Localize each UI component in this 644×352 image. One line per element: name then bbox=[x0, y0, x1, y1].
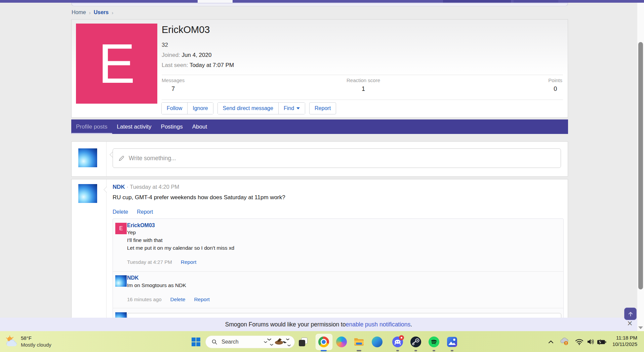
stat-reaction-value[interactable]: 1 bbox=[362, 85, 365, 93]
taskbar-weather-widget[interactable]: 58°F Mostly cloudy bbox=[5, 335, 51, 348]
search-icon bbox=[211, 339, 217, 345]
comment-report-link[interactable]: Report bbox=[194, 296, 210, 303]
search-placeholder: Search bbox=[222, 339, 239, 345]
last-seen-label: Last seen: bbox=[162, 62, 188, 68]
wifi-icon[interactable] bbox=[575, 338, 584, 345]
taskbar-search-box[interactable]: Search bbox=[205, 336, 295, 348]
write-something-placeholder: Write something... bbox=[129, 155, 176, 162]
follow-ignore-group: Follow Ignore bbox=[161, 102, 213, 114]
comment-avatar[interactable]: E bbox=[115, 223, 127, 234]
comment-author-link[interactable]: NDK bbox=[127, 275, 139, 281]
comment-ndk: NDK Im on Smogtours as NDK 16 minutes ag… bbox=[113, 271, 563, 308]
windows-logo-icon bbox=[196, 338, 200, 342]
onedrive-warning-icon[interactable] bbox=[559, 337, 569, 346]
notification-suffix: . bbox=[410, 321, 412, 328]
profile-tabbar: Profile posts Latest activity Postings A… bbox=[71, 119, 568, 134]
weather-temperature: 58°F bbox=[21, 335, 51, 341]
post-timestamp[interactable]: Tuesday at 4:20 PM bbox=[130, 184, 179, 190]
find-dropdown-button[interactable]: Find bbox=[279, 102, 305, 114]
profile-joined-row: Joined: Jun 4, 2020 bbox=[162, 52, 211, 59]
post-delete-link[interactable]: Delete bbox=[113, 209, 128, 215]
divider bbox=[162, 75, 563, 75]
edge-icon[interactable] bbox=[372, 337, 383, 347]
post-body: RU cup, GMT-4 prefer weekends how does S… bbox=[113, 194, 285, 201]
stat-messages-label: Messages bbox=[162, 77, 185, 83]
stat-points-value[interactable]: 0 bbox=[554, 85, 557, 93]
browser-active-tab-sliver[interactable] bbox=[198, 0, 233, 3]
steam-icon[interactable] bbox=[410, 337, 421, 347]
profile-age: 32 bbox=[162, 42, 168, 48]
battery-charging-icon[interactable] bbox=[597, 339, 607, 345]
volume-icon[interactable] bbox=[587, 338, 595, 345]
tab-profile-posts[interactable]: Profile posts bbox=[71, 119, 112, 134]
weather-sun-cloud-icon bbox=[5, 336, 18, 348]
breadcrumb-home-link[interactable]: Home bbox=[72, 9, 86, 15]
scrollbar-thumb[interactable] bbox=[638, 42, 643, 289]
joined-value: Jun 4, 2020 bbox=[182, 52, 212, 58]
task-view-icon[interactable] bbox=[298, 337, 309, 347]
comment-author-link[interactable]: ErickOM03 bbox=[127, 222, 155, 228]
tray-chevron-up-icon[interactable] bbox=[548, 340, 554, 344]
push-notification-bar: Smogon Forums would like your permission… bbox=[0, 318, 637, 331]
follow-button[interactable]: Follow bbox=[161, 102, 188, 114]
post-gutter bbox=[72, 179, 107, 322]
comment-erickom03: E ErickOM03 Yep I'll fine with that Let … bbox=[113, 219, 563, 271]
joined-label: Joined: bbox=[162, 52, 180, 58]
windows-logo-icon bbox=[196, 342, 200, 346]
copilot-icon[interactable] bbox=[336, 337, 347, 347]
post-author-avatar[interactable] bbox=[78, 184, 97, 203]
profile-card: E ErickOM03 32 Joined: Jun 4, 2020 Last … bbox=[71, 19, 568, 118]
scrollbar[interactable] bbox=[637, 3, 644, 331]
profile-post-card: NDK · Tuesday at 4:20 PM RU cup, GMT-4 p… bbox=[71, 179, 568, 322]
windows-logo-icon bbox=[192, 338, 196, 342]
task-view-front-pane bbox=[299, 340, 305, 346]
discord-notification-badge bbox=[399, 335, 404, 340]
scroll-to-top-button[interactable] bbox=[624, 308, 637, 320]
comment-avatar[interactable] bbox=[115, 275, 127, 287]
write-something-input[interactable]: Write something... bbox=[113, 148, 561, 168]
comment-timestamp[interactable]: Tuesday at 4:27 PM bbox=[127, 259, 172, 265]
chrome-running-indicator bbox=[321, 350, 327, 351]
file-explorer-icon[interactable] bbox=[353, 337, 364, 347]
post-author-link[interactable]: NDK bbox=[113, 184, 125, 190]
breadcrumb-users-link[interactable]: Users bbox=[94, 9, 109, 15]
comment-delete-link[interactable]: Delete bbox=[170, 296, 186, 303]
message-find-group: Send direct message Find bbox=[217, 102, 305, 114]
send-direct-message-button[interactable]: Send direct message bbox=[217, 102, 279, 114]
comment-timestamp[interactable]: 16 minutes ago bbox=[127, 296, 162, 303]
profile-avatar[interactable]: E bbox=[76, 24, 157, 104]
spotify-icon[interactable] bbox=[429, 337, 439, 347]
chevron-right-icon: › bbox=[112, 10, 113, 15]
spotify-running-indicator bbox=[433, 350, 435, 351]
screen: Home › Users › E ErickOM03 32 Joined: Ju… bbox=[0, 0, 644, 352]
browser-top-strip bbox=[0, 0, 644, 3]
forum-subnav-bottom-edge bbox=[71, 3, 568, 6]
photos-gallery-icon[interactable] bbox=[447, 337, 458, 348]
last-seen-value: Today at 7:07 PM bbox=[190, 62, 234, 68]
scrollbar-down-arrow-icon[interactable] bbox=[638, 326, 643, 329]
discord-icon[interactable] bbox=[392, 337, 403, 347]
pencil-icon bbox=[118, 155, 125, 162]
comment-report-link[interactable]: Report bbox=[181, 259, 197, 265]
caret-down-icon bbox=[296, 107, 300, 109]
enable-push-notifications-link[interactable]: enable push notifications bbox=[346, 321, 411, 328]
stat-points: Points 0 bbox=[548, 77, 562, 93]
stat-messages-value[interactable]: 7 bbox=[171, 85, 175, 93]
start-button[interactable] bbox=[192, 338, 200, 346]
stat-reaction-label: Reaction score bbox=[347, 77, 380, 83]
current-user-avatar[interactable] bbox=[78, 148, 97, 167]
chrome-icon[interactable] bbox=[318, 337, 329, 347]
find-label: Find bbox=[284, 105, 294, 111]
comment-line: I'll fine with that bbox=[127, 237, 162, 243]
steam-running-indicator bbox=[414, 350, 417, 351]
comments-container: E ErickOM03 Yep I'll fine with that Let … bbox=[113, 218, 564, 323]
tab-postings[interactable]: Postings bbox=[156, 119, 188, 134]
browser-strip-segment bbox=[514, 0, 558, 3]
report-button[interactable]: Report bbox=[309, 102, 336, 114]
ignore-button[interactable]: Ignore bbox=[188, 102, 213, 114]
tab-latest-activity[interactable]: Latest activity bbox=[112, 119, 156, 134]
tab-about[interactable]: About bbox=[188, 119, 212, 134]
post-header: NDK · Tuesday at 4:20 PM bbox=[113, 184, 179, 190]
taskbar-clock[interactable]: 11:18 PM 10/11/2025 bbox=[612, 335, 637, 347]
post-report-link[interactable]: Report bbox=[137, 209, 153, 215]
